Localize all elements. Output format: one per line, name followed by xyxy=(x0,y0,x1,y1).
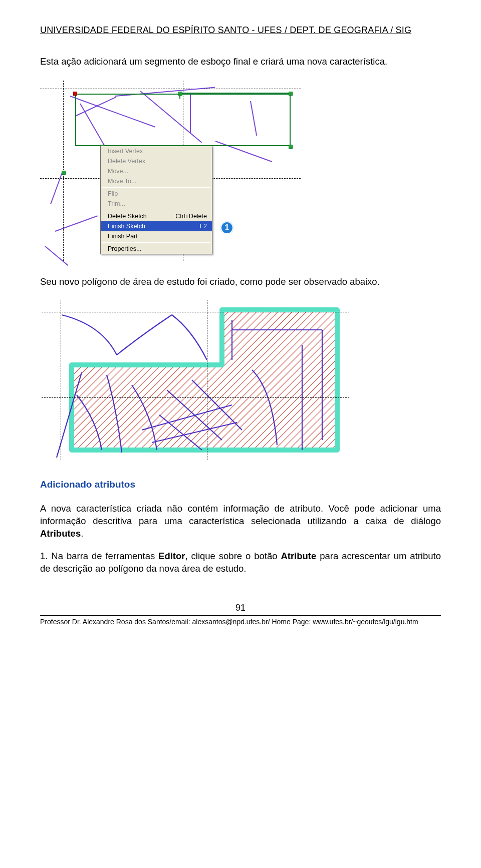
intro-paragraph: Esta ação adicionará um segmento de esbo… xyxy=(40,56,441,68)
page-header: UNIVERSIDADE FEDERAL DO ESPÍRITO SANTO -… xyxy=(40,25,441,36)
footer-text: Professor Dr. Alexandre Rosa dos Santos/… xyxy=(40,618,441,626)
menu-item-move-to[interactable]: Move To... xyxy=(101,176,212,186)
footer-divider xyxy=(40,615,441,616)
menu-item-properties[interactable]: Properties... xyxy=(101,244,212,254)
menu-item-trim[interactable]: Trim... xyxy=(101,199,212,209)
callout-badge-1: 1 xyxy=(220,221,233,234)
section-title-adicionado-atributos: Adicionado atributos xyxy=(40,479,441,490)
figure-sketch-context-menu: Insert Vertex Delete Vertex Move... Move… xyxy=(40,81,301,261)
step-1: 1. Na barra de ferramentas Editor, cliqu… xyxy=(40,550,441,575)
menu-item-flip[interactable]: Flip xyxy=(101,189,212,199)
after-fig1-paragraph: Seu novo polígono de área de estudo foi … xyxy=(40,276,441,288)
attributes-paragraph: A nova característica criada não contém … xyxy=(40,503,441,540)
menu-item-finish-sketch[interactable]: Finish SketchF2 xyxy=(101,221,212,231)
menu-item-delete-sketch[interactable]: Delete SketchCtrl+Delete xyxy=(101,211,212,221)
menu-item-insert-vertex[interactable]: Insert Vertex xyxy=(101,146,212,156)
menu-item-finish-part[interactable]: Finish Part xyxy=(101,231,212,241)
figure-completed-polygon xyxy=(40,298,351,462)
page-number: 91 xyxy=(40,603,441,613)
context-menu: Insert Vertex Delete Vertex Move... Move… xyxy=(100,146,212,254)
menu-item-move[interactable]: Move... xyxy=(101,166,212,176)
menu-item-delete-vertex[interactable]: Delete Vertex xyxy=(101,156,212,166)
